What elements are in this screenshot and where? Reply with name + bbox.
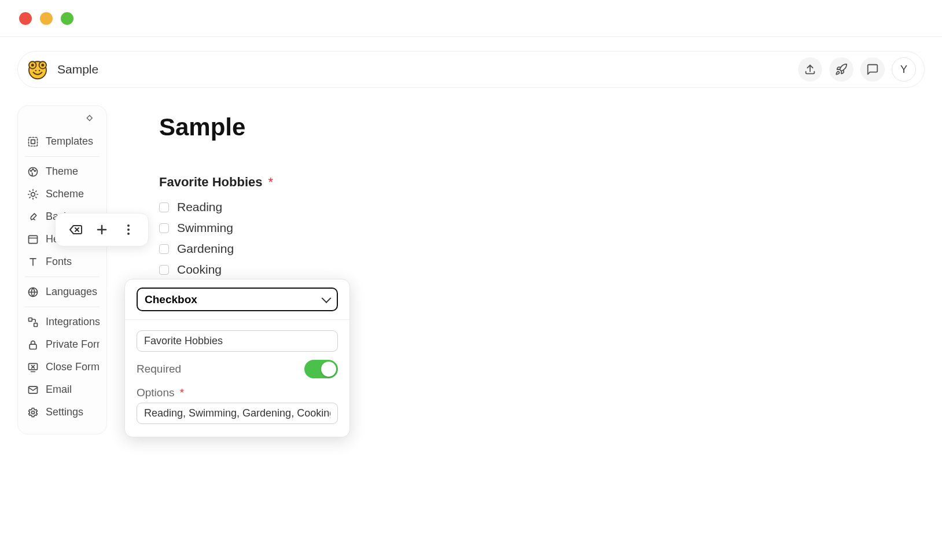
window-zoom-dot[interactable] (61, 12, 73, 25)
svg-point-11 (31, 170, 32, 171)
svg-line-18 (36, 197, 36, 197)
sidebar-item-templates[interactable]: Templates (25, 130, 100, 153)
form-title-header[interactable]: Sample (57, 62, 98, 76)
svg-point-12 (32, 168, 34, 170)
option-label: Swimming (177, 221, 233, 235)
text-icon (27, 256, 39, 268)
brush-icon (27, 211, 39, 223)
checkbox-option[interactable]: Swimming (159, 218, 925, 238)
required-marker: * (268, 175, 274, 189)
field-mini-toolbar (55, 213, 149, 246)
top-bar: Sample Y (17, 51, 925, 88)
svg-point-37 (32, 411, 35, 414)
gear-icon (27, 407, 39, 418)
toggle-knob (321, 362, 336, 377)
checkbox-option[interactable]: Gardening (159, 238, 925, 259)
globe-icon (27, 286, 39, 298)
templates-icon (27, 136, 39, 148)
svg-point-14 (31, 192, 35, 196)
field-type-select[interactable]: Checkbox (137, 288, 338, 311)
sidebar-item-fonts[interactable]: Fonts (25, 250, 100, 273)
user-avatar[interactable]: Y (892, 57, 916, 82)
checkbox-option[interactable]: Reading (159, 197, 925, 218)
form-heading[interactable]: Sample (159, 113, 925, 141)
delete-field-button[interactable] (68, 223, 82, 237)
sidebar-item-label: Private Form (46, 338, 100, 351)
form-canvas: Sample Favorite Hobbies * Reading Swimmi… (124, 105, 925, 280)
sidebar-item-settings[interactable]: Settings (25, 401, 100, 423)
svg-point-5 (35, 70, 37, 72)
svg-rect-31 (30, 344, 36, 349)
sidebar-item-languages[interactable]: Languages (25, 281, 100, 303)
more-vertical-icon (122, 223, 135, 237)
svg-point-4 (41, 64, 44, 67)
checkbox-icon (159, 202, 169, 212)
required-toggle[interactable] (304, 360, 338, 378)
backspace-icon (68, 223, 82, 237)
svg-rect-9 (31, 139, 35, 143)
field-label-text: Favorite Hobbies (159, 175, 262, 189)
svg-point-6 (39, 70, 41, 72)
field-more-button[interactable] (122, 223, 135, 237)
options-label: Options * (137, 386, 338, 399)
field-name-input[interactable] (137, 330, 338, 352)
sidebar-item-label: Email (46, 384, 72, 396)
checkbox-icon (159, 265, 169, 275)
checkbox-option[interactable]: Cooking (159, 259, 925, 280)
sidebar-item-close-form[interactable]: Close Form (25, 356, 100, 378)
palette-icon (27, 166, 39, 178)
add-field-button[interactable] (95, 223, 109, 237)
window-minimize-dot[interactable] (40, 12, 53, 25)
svg-point-43 (127, 229, 130, 231)
monkey-icon (26, 58, 49, 81)
window-titlebar (0, 0, 942, 37)
sidebar-item-label: Languages (46, 286, 97, 298)
svg-line-21 (30, 197, 30, 197)
mail-icon (27, 384, 39, 396)
sidebar-item-label: Scheme (46, 188, 84, 200)
monitor-x-icon (27, 362, 39, 373)
sidebar-item-email[interactable]: Email (25, 378, 100, 401)
checkbox-icon (159, 223, 169, 233)
window-close-dot[interactable] (19, 12, 32, 25)
required-label: Required (137, 363, 181, 375)
svg-point-44 (127, 233, 130, 235)
svg-rect-30 (34, 323, 38, 326)
svg-rect-23 (29, 235, 38, 243)
upload-icon (804, 63, 816, 76)
svg-line-22 (36, 191, 36, 191)
sidebar-item-label: Settings (46, 406, 83, 418)
required-marker: * (180, 386, 184, 399)
svg-line-17 (30, 191, 30, 191)
rocket-icon (835, 63, 848, 76)
options-label-text: Options (137, 386, 174, 399)
svg-point-42 (127, 224, 130, 227)
option-label: Cooking (177, 263, 222, 277)
sidebar-item-label: Theme (46, 165, 78, 178)
launch-button[interactable] (829, 57, 853, 82)
svg-rect-29 (29, 318, 32, 321)
field-question-label: Favorite Hobbies * (159, 175, 925, 190)
comments-button[interactable] (860, 57, 885, 82)
sidebar: Templates Theme (17, 105, 107, 434)
sun-icon (27, 189, 39, 200)
sidebar-item-scheme[interactable]: Scheme (25, 183, 100, 205)
checkbox-icon (159, 244, 169, 254)
chat-icon (866, 63, 879, 76)
sidebar-item-integrations[interactable]: Integrations (25, 311, 100, 333)
header-icon (27, 234, 39, 245)
option-label: Gardening (177, 242, 234, 256)
svg-point-13 (34, 170, 35, 171)
sidebar-item-theme[interactable]: Theme (25, 160, 100, 183)
integrations-icon (27, 316, 39, 328)
share-button[interactable] (798, 57, 822, 82)
option-label: Reading (177, 200, 222, 214)
sidebar-item-private[interactable]: Private Form (25, 333, 100, 356)
plus-icon (95, 223, 109, 237)
sidebar-item-label: Integrations (46, 316, 100, 328)
sidebar-collapse[interactable] (25, 113, 100, 127)
chevrons-icon (86, 113, 96, 123)
svg-rect-8 (29, 137, 38, 146)
app-logo[interactable] (26, 58, 49, 81)
options-input[interactable] (137, 403, 338, 424)
